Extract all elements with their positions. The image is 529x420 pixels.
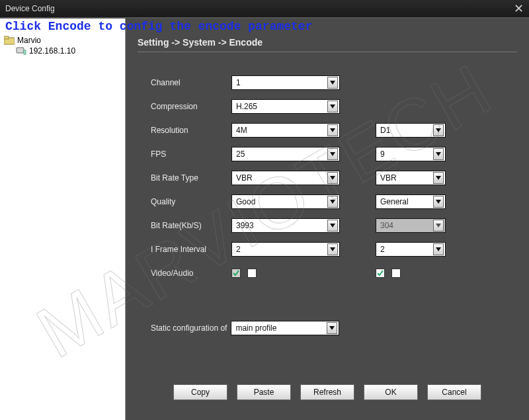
compression-select[interactable]: H.265	[231, 99, 340, 114]
svg-marker-9	[436, 152, 441, 156]
svg-marker-12	[330, 200, 335, 204]
svg-marker-6	[330, 128, 335, 132]
folder-icon	[4, 36, 15, 45]
tree-root-label: Marvio	[17, 36, 41, 45]
resolution-sub-select[interactable]: D1	[376, 123, 446, 138]
chevron-down-icon	[327, 243, 338, 255]
bitrate-type-main-select[interactable]: VBR	[231, 171, 340, 185]
static-config-label: Static configuration of	[151, 323, 227, 333]
chevron-down-icon	[327, 124, 338, 136]
chevron-down-icon	[327, 77, 338, 89]
button-bar: Copy Paste Refresh OK Cancel	[138, 378, 517, 412]
titlebar: Device Config ✕	[0, 0, 529, 19]
fps-sub-select[interactable]: 9	[376, 147, 446, 161]
bitrate-type-sub-select[interactable]: VBR	[376, 171, 446, 185]
chevron-down-icon	[327, 322, 337, 334]
ok-button[interactable]: OK	[364, 384, 418, 400]
refresh-button[interactable]: Refresh	[300, 384, 354, 400]
tree-root[interactable]: Marvio	[4, 36, 122, 45]
iframe-main-select[interactable]: 2	[231, 242, 340, 257]
iframe-sub-select[interactable]: 2	[376, 242, 446, 257]
video-audio-label: Video/Audio	[151, 269, 231, 278]
main-video-checkbox[interactable]	[231, 269, 241, 278]
svg-marker-10	[330, 176, 335, 180]
paste-button[interactable]: Paste	[237, 384, 291, 400]
cancel-button[interactable]: Cancel	[427, 384, 481, 400]
channel-label: Channel	[151, 78, 231, 87]
chevron-down-icon	[327, 196, 338, 208]
quality-sub-select[interactable]: General	[376, 194, 446, 209]
device-tree: Marvio 192.168.1.10	[0, 19, 126, 420]
fps-label: FPS	[151, 149, 231, 159]
bitrate-main-select[interactable]: 3993	[231, 218, 340, 233]
chevron-down-icon	[433, 172, 444, 184]
main-panel: Setting -> System -> Encode Channel 1 Co…	[126, 19, 529, 420]
fps-main-select[interactable]: 25	[231, 147, 340, 161]
quality-label: Quality	[151, 197, 231, 206]
bitrate-type-label: Bit Rate Type	[151, 173, 231, 183]
quality-main-select[interactable]: Good	[231, 194, 340, 209]
chevron-down-icon	[433, 196, 444, 208]
breadcrumb: Setting -> System -> Encode	[138, 37, 517, 52]
svg-marker-15	[436, 224, 441, 228]
svg-marker-13	[436, 200, 441, 204]
tree-device[interactable]: 192.168.1.10	[16, 46, 122, 56]
window-title: Device Config	[5, 4, 55, 13]
svg-marker-4	[330, 81, 335, 85]
svg-marker-7	[436, 128, 441, 132]
chevron-down-icon	[327, 220, 338, 231]
compression-label: Compression	[151, 102, 231, 111]
svg-marker-8	[330, 152, 335, 156]
svg-marker-18	[329, 326, 335, 330]
bitrate-label: Bit Rate(Kb/S)	[151, 221, 231, 230]
main-audio-checkbox[interactable]	[247, 269, 257, 278]
svg-rect-1	[4, 36, 9, 39]
svg-marker-16	[330, 247, 335, 251]
chevron-down-icon	[433, 220, 444, 231]
chevron-down-icon	[327, 172, 338, 184]
svg-rect-2	[17, 48, 24, 53]
resolution-main-select[interactable]: 4M	[231, 123, 340, 138]
sub-video-checkbox[interactable]	[376, 269, 385, 278]
resolution-label: Resolution	[151, 126, 231, 135]
chevron-down-icon	[433, 124, 444, 136]
chevron-down-icon	[433, 243, 444, 255]
device-icon	[16, 46, 26, 56]
svg-rect-3	[24, 50, 26, 54]
chevron-down-icon	[327, 101, 338, 112]
svg-marker-14	[330, 224, 335, 228]
svg-marker-11	[436, 176, 441, 180]
static-config-select[interactable]: main profile	[231, 321, 339, 335]
sub-audio-checkbox[interactable]	[391, 269, 401, 278]
bitrate-sub-select[interactable]: 304	[376, 218, 446, 233]
close-icon[interactable]: ✕	[514, 1, 524, 16]
chevron-down-icon	[327, 148, 338, 160]
copy-button[interactable]: Copy	[173, 384, 227, 400]
svg-marker-5	[330, 105, 335, 108]
chevron-down-icon	[433, 148, 444, 160]
tree-device-label: 192.168.1.10	[29, 46, 75, 56]
svg-marker-17	[436, 247, 441, 251]
channel-select[interactable]: 1	[231, 75, 340, 90]
iframe-label: I Frame Interval	[151, 245, 231, 254]
